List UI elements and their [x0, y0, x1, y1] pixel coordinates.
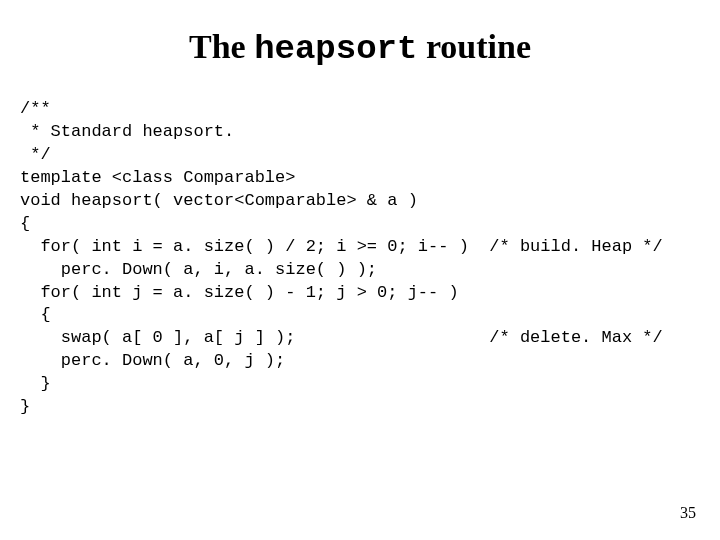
code-line: for( int j = a. size( ) - 1; j > 0; j-- … [20, 283, 459, 302]
code-line: template <class Comparable> [20, 168, 295, 187]
code-line: } [20, 397, 30, 416]
title-mono: heapsort [254, 30, 417, 68]
code-line: { [20, 214, 30, 233]
code-line: for( int i = a. size( ) / 2; i >= 0; i--… [20, 237, 663, 256]
code-line: */ [20, 145, 51, 164]
code-line: } [20, 374, 51, 393]
code-line: perc. Down( a, 0, j ); [20, 351, 285, 370]
code-line: perc. Down( a, i, a. size( ) ); [20, 260, 377, 279]
slide-title: The heapsort routine [0, 0, 720, 78]
code-line: void heapsort( vector<Comparable> & a ) [20, 191, 418, 210]
code-line: * Standard heapsort. [20, 122, 234, 141]
title-suffix: routine [417, 28, 531, 65]
page-number: 35 [680, 504, 696, 522]
code-block: /** * Standard heapsort. */ template <cl… [0, 78, 720, 419]
code-line: swap( a[ 0 ], a[ j ] ); /* delete. Max *… [20, 328, 663, 347]
code-line: { [20, 305, 51, 324]
title-prefix: The [189, 28, 254, 65]
slide: The heapsort routine /** * Standard heap… [0, 0, 720, 540]
code-line: /** [20, 99, 51, 118]
